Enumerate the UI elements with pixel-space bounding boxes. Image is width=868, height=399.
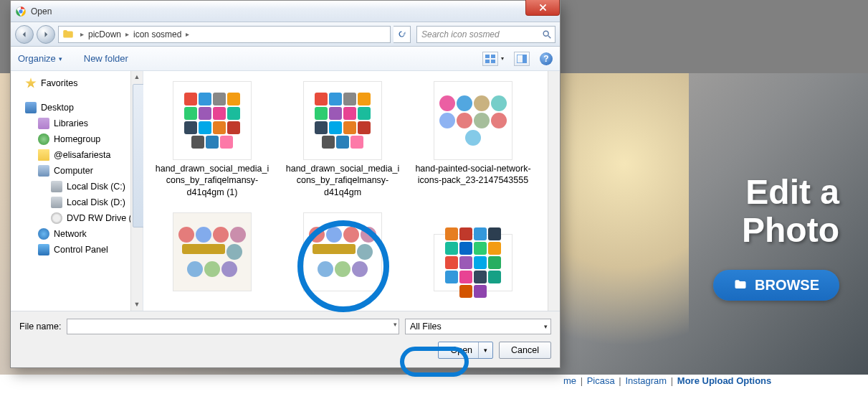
file-name-input[interactable]: ▾ (67, 319, 399, 334)
cancel-button[interactable]: Cancel (499, 342, 551, 359)
control-panel-icon (38, 244, 49, 255)
svg-rect-6 (491, 60, 495, 63)
hero-title-line1: Edit a (713, 174, 839, 212)
search-placeholder: Search icon sosmed (421, 29, 500, 39)
file-thumbnail (303, 81, 382, 160)
cancel-label: Cancel (511, 345, 539, 355)
sidebar-scrollbar[interactable]: ▲▼ (130, 71, 143, 311)
file-item[interactable]: hand-painted-social-network-icons-pack_2… (414, 81, 532, 198)
sidebar-item-label: Local Disk (D:) (67, 197, 125, 207)
sidebar-item-label: Control Panel (54, 245, 108, 255)
close-icon (538, 3, 548, 12)
homegroup-icon (38, 133, 49, 145)
network-icon (38, 228, 49, 240)
link-more-upload[interactable]: More Upload Options (677, 375, 771, 386)
help-icon: ? (543, 54, 548, 64)
file-name: hand-painted-social-network-icons-pack_2… (414, 163, 532, 187)
search-icon (542, 29, 552, 39)
file-item[interactable] (153, 212, 271, 294)
disk-icon (51, 197, 62, 208)
back-button[interactable] (15, 25, 34, 44)
view-button[interactable] (482, 52, 498, 66)
svg-rect-5 (485, 60, 490, 63)
svg-rect-3 (485, 55, 490, 58)
sidebar-item-libraries[interactable]: Libraries (11, 116, 131, 131)
svg-point-2 (543, 31, 548, 36)
filter-label: All Files (410, 321, 442, 332)
hero-title-line2: Photo (713, 212, 839, 250)
sidebar-item-network[interactable]: Network (11, 226, 131, 242)
sidebar-item-label: Homegroup (54, 134, 100, 144)
star-icon (25, 78, 37, 89)
file-name: hand_drawn_social_media_icons_by_rafiqel… (284, 163, 401, 198)
file-list: hand_drawn_social_media_icons_by_rafiqel… (143, 71, 560, 311)
address-bar[interactable]: ▸ picDown ▸ icon sosmed ▸ (58, 26, 391, 43)
link-instagram[interactable]: Instagram (625, 375, 667, 386)
dialog-title: Open (31, 6, 52, 17)
navbar: ▸ picDown ▸ icon sosmed ▸ Search icon so… (11, 22, 560, 47)
svg-point-1 (19, 9, 22, 13)
folder-icon (38, 149, 49, 161)
sidebar: Favorites Desktop Libraries Homegroup @e… (11, 71, 143, 311)
file-thumbnail (434, 234, 512, 291)
file-item[interactable] (284, 212, 401, 294)
computer-icon (38, 165, 49, 177)
help-button[interactable]: ? (540, 52, 553, 65)
file-item[interactable]: hand_drawn_social_media_icons_by_rafiqel… (153, 81, 271, 198)
file-name: hand_drawn_social_media_icons_by_rafiqel… (153, 163, 271, 198)
close-button[interactable] (525, 0, 560, 16)
view-dropdown[interactable]: ▾ (501, 55, 504, 62)
sidebar-item-label: DVD RW Drive ( (67, 213, 131, 223)
toolbar: Organize New folder ▾ ? (11, 47, 560, 71)
file-type-filter[interactable]: All Files ▾ (405, 319, 551, 334)
file-open-dialog: Open ▸ picDown ▸ icon sosmed ▸ Search ic… (10, 0, 561, 368)
file-thumbnail (303, 212, 382, 291)
sidebar-item-label: Computer (54, 166, 93, 176)
organize-menu[interactable]: Organize (18, 53, 62, 64)
link-me[interactable]: me (563, 375, 576, 386)
sidebar-item-user[interactable]: @elisafariesta (11, 147, 131, 163)
refresh-button[interactable] (394, 26, 411, 43)
file-thumbnail (173, 81, 252, 160)
breadcrumb-part2[interactable]: icon sosmed (133, 29, 181, 39)
sidebar-item-label: Desktop (41, 103, 74, 113)
sidebar-item-homegroup[interactable]: Homegroup (11, 131, 131, 147)
libraries-icon (38, 118, 49, 129)
new-folder-button[interactable]: New folder (84, 53, 128, 64)
svg-rect-8 (523, 55, 527, 63)
sidebar-item-dvd[interactable]: DVD RW Drive ( (11, 210, 131, 226)
chevron-down-icon: ▾ (544, 323, 548, 330)
sidebar-item-computer[interactable]: Computer (11, 163, 131, 179)
titlebar: Open (11, 1, 560, 22)
sidebar-item-desktop[interactable]: Desktop (11, 100, 131, 116)
browse-button[interactable]: BROWSE (713, 270, 839, 301)
folder-icon (733, 278, 748, 292)
breadcrumb-part1[interactable]: picDown (88, 29, 121, 39)
arrow-left-icon (20, 30, 29, 39)
sidebar-item-locald[interactable]: Local Disk (D:) (11, 194, 131, 210)
file-thumbnail (434, 81, 512, 160)
files-scrollbar[interactable] (548, 71, 560, 311)
open-button[interactable]: Open ▾ (438, 342, 493, 359)
sidebar-item-label: @elisafariesta (54, 150, 110, 160)
sidebar-item-label: Libraries (54, 118, 88, 128)
open-dropdown[interactable]: ▾ (478, 342, 492, 358)
file-item[interactable] (414, 212, 532, 294)
file-name-label: File name: (19, 321, 61, 332)
sidebar-item-favorites[interactable]: Favorites (11, 75, 131, 91)
disk-icon (51, 181, 62, 192)
dvd-icon (51, 212, 62, 224)
preview-pane-button[interactable] (514, 52, 530, 66)
file-item[interactable]: hand_drawn_social_media_icons_by_rafiqel… (284, 81, 401, 198)
desktop-icon (25, 102, 37, 113)
search-input[interactable]: Search icon sosmed (416, 26, 555, 43)
sidebar-item-localc[interactable]: Local Disk (C:) (11, 179, 131, 194)
link-picasa[interactable]: Picasa (587, 375, 615, 386)
svg-rect-4 (491, 55, 495, 58)
forward-button[interactable] (37, 25, 55, 44)
thumbnails-icon (485, 55, 495, 63)
chevron-down-icon[interactable]: ▾ (394, 321, 397, 328)
chrome-icon (15, 6, 27, 17)
sidebar-item-control[interactable]: Control Panel (11, 242, 131, 258)
sidebar-item-label: Local Disk (C:) (67, 182, 125, 192)
